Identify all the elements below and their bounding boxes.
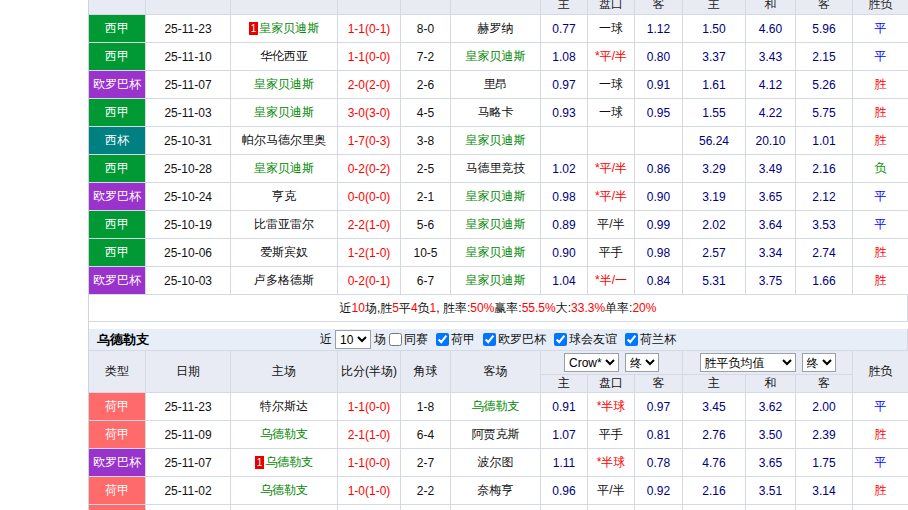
- home-team[interactable]: 乌德勒支: [231, 477, 338, 505]
- team-name: 皇家贝迪斯: [466, 48, 526, 65]
- team-name: 里昂: [484, 76, 508, 93]
- home-team[interactable]: 卢多格德斯: [231, 267, 338, 295]
- away-team[interactable]: 皇家贝迪斯: [451, 127, 541, 155]
- league-filter-checkbox[interactable]: [483, 333, 496, 346]
- league-filter-checkbox[interactable]: [625, 333, 638, 346]
- home-team[interactable]: 帕尔马德尔里奥: [231, 127, 338, 155]
- col-euro-away: 客: [796, 375, 853, 393]
- record-summary: 近10场,胜5平4负1, 胜率:50% 赢率:55.5% 大:33.3% 单率:…: [89, 295, 908, 322]
- match-date: 25-10-19: [146, 211, 231, 239]
- home-team[interactable]: [231, 505, 338, 510]
- home-team[interactable]: 爱斯宾奴: [231, 239, 338, 267]
- match-row: 西甲25-11-03皇家贝迪斯3-0(3-0)4-5马略卡0.93一球0.951…: [89, 99, 908, 127]
- summary-segment: 1: [430, 301, 437, 315]
- header-empty-cell: [231, 0, 338, 15]
- away-team[interactable]: [451, 505, 541, 510]
- away-team[interactable]: 乌德勒支: [451, 393, 541, 421]
- score-cell: [338, 505, 401, 510]
- euro-stage-select[interactable]: 终: [802, 353, 836, 372]
- euro-draw-odds: 3.64: [746, 211, 796, 239]
- red-card-badge: 1: [249, 22, 259, 35]
- same-league-filter[interactable]: 同赛: [389, 331, 428, 348]
- league-badge: 西甲: [89, 211, 146, 239]
- team-name: 乌德勒支: [265, 454, 313, 471]
- league-badge: 西甲: [89, 15, 146, 43]
- asian-home-odds: 1.08: [541, 43, 588, 71]
- same-league-checkbox[interactable]: [389, 333, 402, 346]
- away-team[interactable]: 奈梅亨: [451, 477, 541, 505]
- asian-away-odds: [635, 505, 683, 510]
- summary-segment: 平: [399, 300, 411, 317]
- away-team[interactable]: 阿贾克斯: [451, 421, 541, 449]
- league-filter[interactable]: 球会友谊: [554, 331, 617, 348]
- corners-cell: 2-7: [401, 449, 451, 477]
- result-cell: 平: [853, 183, 908, 211]
- result-cell: 胜: [853, 99, 908, 127]
- match-date: 25-11-07: [146, 71, 231, 99]
- home-team[interactable]: 华伦西亚: [231, 43, 338, 71]
- match-count-select[interactable]: 10: [335, 330, 371, 349]
- match-row: 西杯25-10-31帕尔马德尔里奥1-7(0-3)3-8皇家贝迪斯56.2420…: [89, 127, 908, 155]
- match-row: 欧罗巴杯25-10-03卢多格德斯0-2(0-1)6-7皇家贝迪斯1.04*半/…: [89, 267, 908, 295]
- away-team[interactable]: 皇家贝迪斯: [451, 183, 541, 211]
- bookmaker-select[interactable]: Crow*: [564, 353, 619, 372]
- result-cell: 平: [853, 15, 908, 43]
- league-filter-checkbox[interactable]: [554, 333, 567, 346]
- team-name: 皇家贝迪斯: [254, 76, 314, 93]
- euro-avg-select[interactable]: 胜平负均值: [700, 353, 796, 372]
- away-team[interactable]: 马德里竞技: [451, 155, 541, 183]
- match-date: 25-11-23: [146, 393, 231, 421]
- team-name: 皇家贝迪斯: [254, 104, 314, 121]
- col-date: 日期: [146, 351, 231, 393]
- match-row: 荷甲: [89, 505, 908, 510]
- away-team[interactable]: 皇家贝迪斯: [451, 211, 541, 239]
- euro-away-odds: 2.16: [796, 155, 853, 183]
- league-filter[interactable]: 欧罗巴杯: [483, 331, 546, 348]
- corners-cell: [401, 505, 451, 510]
- home-team[interactable]: 皇家贝迪斯: [231, 99, 338, 127]
- home-team[interactable]: 1乌德勒支: [231, 449, 338, 477]
- away-team[interactable]: 里昂: [451, 71, 541, 99]
- away-team[interactable]: 皇家贝迪斯: [451, 267, 541, 295]
- asian-home-odds: 1.07: [541, 421, 588, 449]
- home-team[interactable]: 1皇家贝迪斯: [231, 15, 338, 43]
- home-team[interactable]: 亨克: [231, 183, 338, 211]
- asian-away-odds: 1.12: [635, 15, 683, 43]
- corners-cell: 7-2: [401, 43, 451, 71]
- home-team[interactable]: 乌德勒支: [231, 421, 338, 449]
- score-cell: 2-2(1-0): [338, 211, 401, 239]
- asian-home-odds: 0.77: [541, 15, 588, 43]
- result-cell: 胜: [853, 239, 908, 267]
- team-name: 特尔斯达: [260, 398, 308, 415]
- away-team[interactable]: 马略卡: [451, 99, 541, 127]
- team-name: 卢多格德斯: [254, 272, 314, 289]
- euro-home-odds: 3.37: [683, 43, 746, 71]
- away-team[interactable]: 皇家贝迪斯: [451, 43, 541, 71]
- home-team[interactable]: 皇家贝迪斯: [231, 155, 338, 183]
- col-result: 胜负: [853, 0, 908, 15]
- league-badge: 荷甲: [89, 505, 146, 510]
- away-team[interactable]: 波尔图: [451, 449, 541, 477]
- team-name: 赫罗纳: [478, 20, 514, 37]
- home-team[interactable]: 特尔斯达: [231, 393, 338, 421]
- team-name: 皇家贝迪斯: [466, 216, 526, 233]
- asian-away-odds: 0.84: [635, 267, 683, 295]
- league-filter-checkbox[interactable]: [436, 333, 449, 346]
- asian-handicap: 平手: [588, 421, 635, 449]
- corners-cell: 10-5: [401, 239, 451, 267]
- away-team[interactable]: 赫罗纳: [451, 15, 541, 43]
- corners-cell: 3-8: [401, 127, 451, 155]
- home-team[interactable]: 比雷亚雷尔: [231, 211, 338, 239]
- result-cell: 胜: [853, 267, 908, 295]
- asian-home-odds: 0.97: [541, 71, 588, 99]
- league-filter[interactable]: 荷甲: [436, 331, 475, 348]
- asian-home-odds: 0.98: [541, 183, 588, 211]
- league-badge: 西甲: [89, 155, 146, 183]
- team-name: 皇家贝迪斯: [466, 272, 526, 289]
- summary-segment: , 胜率:: [436, 300, 470, 317]
- asian-stage-select[interactable]: 终: [625, 353, 659, 372]
- league-filter[interactable]: 荷兰杯: [625, 331, 676, 348]
- home-team[interactable]: 皇家贝迪斯: [231, 71, 338, 99]
- match-row: 荷甲25-11-02乌德勒支1-0(1-0)2-2奈梅亨0.96平/半0.922…: [89, 477, 908, 505]
- away-team[interactable]: 皇家贝迪斯: [451, 239, 541, 267]
